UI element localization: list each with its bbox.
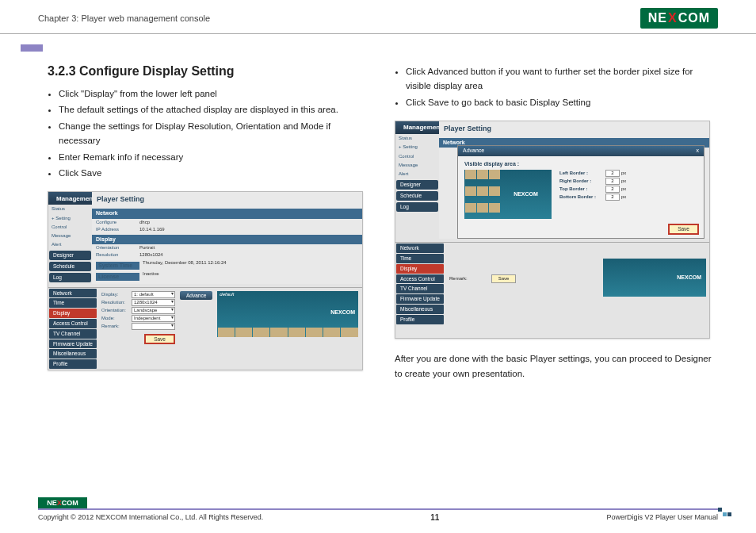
menu-time[interactable]: Time	[49, 298, 97, 308]
section-network: Network	[92, 209, 362, 218]
display-preview: default NEXCOM	[217, 291, 358, 337]
modal-title: Advance	[463, 148, 484, 154]
bullet: Click Save	[59, 166, 371, 180]
page-title: Player Setting	[439, 121, 709, 136]
settings-menu: Network Time Display Access Control TV C…	[48, 288, 97, 370]
kv-ip: IP Address10.14.1.169	[92, 226, 362, 233]
sidebar-item-status[interactable]: Status	[48, 205, 92, 213]
modal-save-button[interactable]: Save	[668, 224, 699, 235]
chapter-title: Chapter 3: Player web management console	[38, 13, 210, 23]
screenshot-player-setting-basic: Management Status + Setting Control Mess…	[48, 191, 363, 370]
mgmt-tab[interactable]: Management	[48, 192, 92, 205]
visible-area-heading: Visible display area :	[464, 161, 697, 167]
preview-logo: NEXCOM	[217, 309, 358, 316]
sidebar-item-setting[interactable]: + Setting	[48, 214, 92, 223]
bg-save-button[interactable]: Save	[491, 274, 517, 283]
sidebar-item-message[interactable]: Message	[48, 232, 92, 240]
top-border-input[interactable]: 2	[605, 186, 620, 193]
footer-logo: NEXCOM	[38, 497, 87, 508]
brand-logo: NEXCOM	[640, 8, 718, 29]
kv-license: LicenseInactive	[92, 270, 362, 282]
save-button[interactable]: Save	[144, 334, 175, 345]
tab-log[interactable]: Log	[49, 273, 91, 282]
copyright: Copyright © 2012 NEXCOM International Co…	[38, 513, 263, 522]
menu-miscellaneous[interactable]: Miscellaneous	[49, 349, 97, 359]
modal-preview: NEXCOM	[464, 170, 552, 219]
closing-paragraph: After you are done with the basic Player…	[395, 351, 718, 381]
kv-resolution: Resolution1280x1024	[92, 251, 362, 259]
orientation-select[interactable]: Landscape	[132, 307, 175, 314]
right-column: Click Advanced button if you want to fur…	[395, 64, 718, 381]
menu-profile[interactable]: Profile	[49, 359, 97, 369]
bullet: The default settings of the attached dis…	[59, 102, 371, 117]
bullet: Click "Display" from the lower left pane…	[59, 86, 371, 101]
left-column: 3.2.3 Configure Display Setting Click "D…	[48, 64, 371, 381]
display-select[interactable]: 1: default	[132, 291, 175, 298]
menu-access-control[interactable]: Access Control	[49, 319, 97, 328]
menu-tv-channel[interactable]: TV Channel	[49, 329, 97, 339]
sidebar: Management Status + Setting Control Mess…	[48, 192, 92, 283]
instruction-list-right: Click Advanced button if you want to fur…	[395, 64, 718, 109]
menu-firmware-update[interactable]: Firmware Update	[49, 339, 97, 349]
display-form: Display:1: default Resolution:1280x1024 …	[97, 288, 362, 370]
page-number: 11	[430, 513, 439, 522]
sidebar-item-control[interactable]: Control	[48, 223, 92, 232]
page-footer: NEXCOM Copyright © 2012 NEXCOM Internati…	[0, 512, 756, 522]
preview-thumbs	[217, 328, 358, 337]
sidebar-item-alert[interactable]: Alert	[48, 240, 92, 249]
bullet: Change the settings for Display Resoluti…	[59, 119, 371, 148]
bottom-border-input[interactable]: 2	[605, 194, 620, 201]
advance-button[interactable]: Advance	[180, 291, 212, 301]
main-panel: Player Setting Network Configuredhcp IP …	[92, 192, 362, 283]
page-header: Chapter 3: Player web management console…	[0, 0, 756, 34]
right-border-input[interactable]: 2	[605, 178, 620, 185]
menu-network[interactable]: Network	[49, 289, 97, 298]
bullet: Click Advanced button if you want to fur…	[406, 64, 718, 94]
bg-preview: NEXCOM	[603, 259, 706, 297]
kv-configure: Configuredhcp	[92, 219, 362, 226]
settings-menu: Network Time Display Access Control TV C…	[395, 243, 445, 337]
close-icon[interactable]: x	[697, 148, 700, 154]
remark-input[interactable]	[132, 323, 175, 330]
advance-modal: Advance x Visible display area : NEXCOM …	[457, 145, 704, 239]
accent-tab	[21, 44, 43, 52]
mgmt-tab[interactable]: Management	[395, 121, 439, 134]
screenshot-player-setting-advanced: Management Status + Setting Control Mess…	[395, 121, 710, 339]
tab-designer[interactable]: Designer	[49, 251, 91, 260]
content-columns: 3.2.3 Configure Display Setting Click "D…	[0, 34, 756, 381]
resolution-select[interactable]: 1280x1024	[132, 299, 175, 306]
doc-title: PowerDigis V2 Player User Manual	[606, 513, 718, 522]
sidebar: Management Status + Setting Control Mess…	[395, 121, 439, 239]
kv-systime: System TimeThursday, December 08, 2011 1…	[92, 259, 362, 270]
kv-orientation: OrientationPortrait	[92, 244, 362, 251]
tab-schedule[interactable]: Schedule	[49, 262, 91, 271]
menu-display[interactable]: Display	[49, 309, 97, 318]
bullet: Enter Remark info if necessary	[59, 150, 371, 164]
instruction-list-left: Click "Display" from the lower left pane…	[48, 86, 371, 180]
section-heading: 3.2.3 Configure Display Setting	[48, 64, 371, 79]
bullet: Click Save to go back to basic Display S…	[406, 95, 718, 109]
mode-select[interactable]: Independent	[132, 315, 175, 322]
left-border-input[interactable]: 2	[605, 170, 620, 177]
section-display: Display	[92, 235, 362, 244]
page-title: Player Setting	[92, 192, 362, 207]
